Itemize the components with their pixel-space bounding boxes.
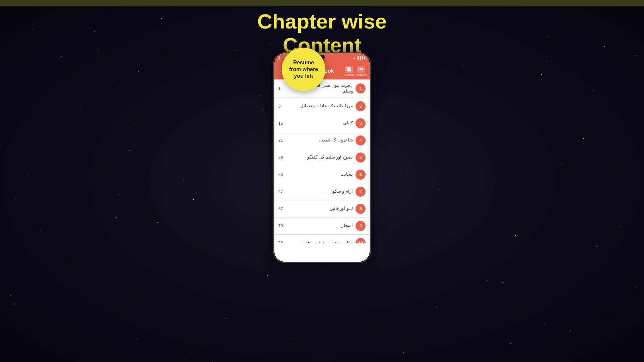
wifi-icon: ▲ xyxy=(353,56,356,60)
star xyxy=(419,308,419,308)
star xyxy=(263,109,263,110)
chapter-title: مرزا غالب کے عادات وخصائل xyxy=(289,103,353,109)
chapter-number-badge: 3 xyxy=(356,118,366,128)
star xyxy=(74,334,74,334)
star xyxy=(379,240,380,240)
star xyxy=(119,194,119,195)
chapter-row[interactable]: 7آرام و سکون47 xyxy=(274,183,370,200)
star xyxy=(337,343,337,343)
star xyxy=(39,229,39,229)
star xyxy=(34,316,34,317)
star xyxy=(543,323,543,324)
chapter-list: 1ہجرت نبوی صلی اللہ علیہ والہ وسلم12مرزا… xyxy=(274,79,370,243)
chapter-number-badge: 2 xyxy=(356,101,366,111)
chapter-title: شاعروں کے لطیفے xyxy=(289,137,353,143)
star xyxy=(222,14,223,14)
star xyxy=(520,304,521,305)
star xyxy=(164,59,164,60)
star xyxy=(32,244,33,244)
star xyxy=(41,229,41,230)
star xyxy=(421,241,421,241)
keybook-button[interactable]: 📄 Keybook xyxy=(344,66,354,76)
star xyxy=(11,312,11,313)
star xyxy=(32,29,33,29)
star xyxy=(116,217,117,218)
chapter-row[interactable]: 10ملکی پرندے اور دوسرے جانور79 xyxy=(274,235,370,243)
chapter-row[interactable]: 8لہو اور قالین57 xyxy=(274,200,370,218)
star xyxy=(173,298,174,298)
star xyxy=(98,49,98,49)
star xyxy=(580,326,580,326)
chapter-page-number: 21 xyxy=(278,138,288,143)
status-icons: ▲ ▐▐▐ ▮ xyxy=(353,56,366,60)
chapter-row[interactable]: 6پنچایت36 xyxy=(274,166,370,183)
battery-icon: ▮ xyxy=(364,56,366,60)
chapter-title: نصوح اور سلیم کی گفتگو xyxy=(289,155,353,160)
star xyxy=(464,65,464,66)
star xyxy=(142,290,142,290)
star xyxy=(570,330,571,331)
chapter-page-number: 47 xyxy=(278,189,288,194)
star xyxy=(245,54,245,55)
star xyxy=(607,316,607,317)
star xyxy=(567,137,567,138)
star xyxy=(438,188,438,189)
star xyxy=(129,150,130,150)
star xyxy=(225,318,226,319)
star xyxy=(97,163,97,163)
star xyxy=(157,222,158,223)
star xyxy=(515,235,516,236)
star xyxy=(129,127,129,127)
star xyxy=(372,207,372,208)
chapter-number-badge: 7 xyxy=(356,187,366,197)
star xyxy=(487,306,488,306)
signal-icon: ▐▐▐ xyxy=(357,56,363,60)
chapter-page-number: 36 xyxy=(278,172,288,177)
star xyxy=(421,82,421,83)
star xyxy=(235,49,235,50)
resume-bubble[interactable]: Resume from where you left xyxy=(282,48,325,91)
star xyxy=(375,88,376,89)
star xyxy=(14,303,14,304)
chapter-page-number: 57 xyxy=(278,206,288,211)
top-bar xyxy=(0,0,644,6)
star xyxy=(10,295,11,296)
star xyxy=(61,56,62,57)
chapter-number-badge: 5 xyxy=(356,153,366,163)
star xyxy=(118,87,118,88)
star xyxy=(612,174,612,174)
chapter-title: آرام و سکون xyxy=(289,189,353,194)
star xyxy=(620,226,621,227)
star xyxy=(293,338,293,339)
star xyxy=(322,272,322,272)
star xyxy=(212,361,212,361)
star xyxy=(405,169,406,170)
star xyxy=(541,74,542,75)
chapter-number-badge: 8 xyxy=(356,204,366,214)
chapter-page-number: 28 xyxy=(278,155,288,160)
star xyxy=(417,301,417,301)
chapter-title: لہو اور قالین xyxy=(289,206,353,212)
star xyxy=(7,151,8,152)
star xyxy=(596,246,597,246)
header-icons: 📄 Keybook 📖 Resume xyxy=(344,66,366,76)
star xyxy=(178,13,178,13)
star xyxy=(403,352,404,353)
star xyxy=(582,344,582,344)
chapter-number-badge: 6 xyxy=(356,170,366,180)
chapter-row[interactable]: 9امتحان70 xyxy=(274,218,370,235)
star xyxy=(529,30,530,31)
star xyxy=(430,29,430,29)
star xyxy=(193,199,194,200)
chapter-row[interactable]: 2مرزا غالب کے عادات وخصائل8 xyxy=(274,98,370,115)
chapter-number-badge: 10 xyxy=(356,238,366,243)
chapter-row[interactable]: 5نصوح اور سلیم کی گفتگو28 xyxy=(274,149,370,166)
resume-button[interactable]: 📖 Resume xyxy=(356,66,366,76)
chapter-page-number: 70 xyxy=(278,224,288,228)
star xyxy=(183,180,183,181)
star xyxy=(260,95,260,96)
chapter-row[interactable]: 3کابلی15 xyxy=(274,115,370,132)
star xyxy=(267,275,268,276)
chapter-number-badge: 4 xyxy=(356,135,366,145)
chapter-row[interactable]: 4شاعروں کے لطیفے21 xyxy=(274,132,370,149)
